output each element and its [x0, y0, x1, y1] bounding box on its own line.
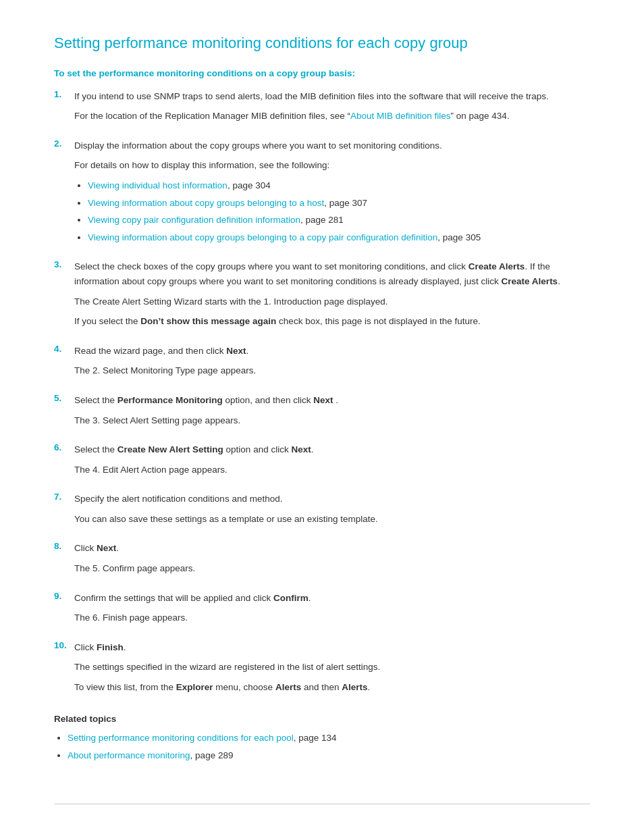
step-9-sub: The 6. Finish page appears.: [74, 610, 590, 625]
related-topics-list: Setting performance monitoring condition…: [54, 731, 590, 763]
viewing-copy-groups-host-link[interactable]: Viewing information about copy groups be…: [88, 198, 324, 208]
bullet-3: Viewing copy pair configuration definiti…: [88, 213, 590, 228]
viewing-copy-pair-config-link[interactable]: Viewing copy pair configuration definiti…: [88, 215, 300, 225]
steps-list: 1. If you intend to use SNMP traps to se…: [54, 89, 590, 700]
bullet-2: Viewing information about copy groups be…: [88, 196, 590, 211]
step-6: 6. Select the Create New Alert Setting o…: [54, 442, 590, 482]
step-6-number: 6.: [54, 442, 74, 452]
step-5-number: 5.: [54, 393, 74, 403]
step-7-number: 7.: [54, 492, 74, 502]
step-4-content: Read the wizard page, and then click Nex…: [74, 344, 590, 384]
step-5: 5. Select the Performance Monitoring opt…: [54, 393, 590, 433]
step-10-main: Click Finish.: [74, 640, 590, 655]
related-topics-title: Related topics: [54, 714, 590, 724]
step-3-content: Select the check boxes of the copy group…: [74, 259, 590, 334]
step-10-content: Click Finish. The settings specified in …: [74, 640, 590, 700]
related-item-2: About performance monitoring, page 289: [68, 748, 590, 763]
bullet-4: Viewing information about copy groups be…: [88, 230, 590, 245]
step-1: 1. If you intend to use SNMP traps to se…: [54, 89, 590, 129]
step-3-sub1: The Create Alert Setting Wizard starts w…: [74, 294, 590, 309]
page-container: Setting performance monitoring condition…: [0, 0, 644, 834]
step-6-sub: The 4. Edit Alert Action page appears.: [74, 463, 590, 477]
step-3-sub2: If you select the Don’t show this messag…: [74, 314, 590, 329]
bullet-1: Viewing individual host information, pag…: [88, 178, 590, 193]
step-2-sub: For details on how to display this infor…: [74, 158, 590, 173]
step-1-number: 1.: [54, 89, 74, 99]
about-performance-monitoring-link[interactable]: About performance monitoring: [68, 750, 190, 760]
step-10-sub2: To view this list, from the Explorer men…: [74, 680, 590, 695]
related-item-1: Setting performance monitoring condition…: [68, 731, 590, 746]
step-7-content: Specify the alert notification condition…: [74, 492, 590, 531]
step-1-content: If you intend to use SNMP traps to send …: [74, 89, 590, 129]
step-7: 7. Specify the alert notification condit…: [54, 492, 590, 531]
step-10-sub1: The settings specified in the wizard are…: [74, 660, 590, 675]
step-5-main: Select the Performance Monitoring option…: [74, 393, 590, 408]
step-4-sub: The 2. Select Monitoring Type page appea…: [74, 363, 590, 378]
step-4-main: Read the wizard page, and then click Nex…: [74, 344, 590, 359]
step-5-content: Select the Performance Monitoring option…: [74, 393, 590, 433]
step-9-content: Confirm the settings that will be applie…: [74, 591, 590, 631]
step-2-number: 2.: [54, 138, 74, 149]
step-9-main: Confirm the settings that will be applie…: [74, 591, 590, 606]
page-title: Setting performance monitoring condition…: [54, 34, 590, 53]
step-4-number: 4.: [54, 344, 74, 354]
step-8: 8. Click Next. The 5. Confirm page appea…: [54, 541, 590, 581]
step-3-main: Select the check boxes of the copy group…: [74, 259, 590, 288]
step-9-number: 9.: [54, 591, 74, 601]
step-3: 3. Select the check boxes of the copy gr…: [54, 259, 590, 334]
step-5-sub: The 3. Select Alert Setting page appears…: [74, 413, 590, 428]
step-1-main: If you intend to use SNMP traps to send …: [74, 89, 590, 104]
setting-performance-pool-link[interactable]: Setting performance monitoring condition…: [68, 733, 294, 743]
step-6-content: Select the Create New Alert Setting opti…: [74, 442, 590, 482]
step-2-bullets: Viewing individual host information, pag…: [74, 178, 590, 244]
step-7-main: Specify the alert notification condition…: [74, 492, 590, 506]
viewing-copy-groups-config-link[interactable]: Viewing information about copy groups be…: [88, 232, 437, 242]
footer-area: 132 Customizing monitoring parameters: [54, 804, 590, 834]
step-8-main: Click Next.: [74, 541, 590, 556]
step-2-main: Display the information about the copy g…: [74, 138, 590, 153]
step-10-number: 10.: [54, 640, 74, 650]
mib-definition-files-link[interactable]: About MIB definition files: [350, 111, 451, 121]
viewing-individual-host-link[interactable]: Viewing individual host information: [88, 180, 227, 190]
step-9: 9. Confirm the settings that will be app…: [54, 591, 590, 631]
step-6-main: Select the Create New Alert Setting opti…: [74, 442, 590, 457]
step-4: 4. Read the wizard page, and then click …: [54, 344, 590, 384]
step-2: 2. Display the information about the cop…: [54, 138, 590, 251]
step-8-content: Click Next. The 5. Confirm page appears.: [74, 541, 590, 581]
step-10: 10. Click Finish. The settings specified…: [54, 640, 590, 700]
step-7-sub: You can also save these settings as a te…: [74, 512, 590, 527]
step-1-sub: For the location of the Replication Mana…: [74, 109, 590, 124]
step-8-sub: The 5. Confirm page appears.: [74, 561, 590, 576]
footer-divider: [54, 804, 590, 804]
step-2-content: Display the information about the copy g…: [74, 138, 590, 251]
step-3-number: 3.: [54, 259, 74, 269]
step-8-number: 8.: [54, 541, 74, 551]
section-subtitle: To set the performance monitoring condit…: [54, 68, 590, 78]
related-topics-section: Related topics Setting performance monit…: [54, 714, 590, 763]
